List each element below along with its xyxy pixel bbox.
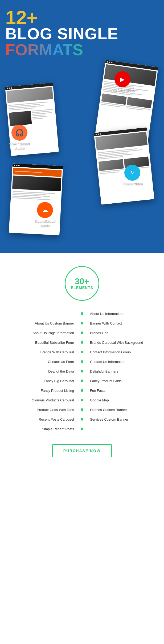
- timeline-right-item: Fun Facts: [82, 389, 159, 393]
- timeline-row: Contact Us Form Contact Us Information: [5, 357, 159, 366]
- timeline-rows: About Us Information About Us Custom Ban…: [5, 309, 159, 434]
- timeline-right-item: Brands Grid: [82, 331, 159, 335]
- timeline-dot: [81, 360, 83, 363]
- timeline-left-item: About Us Page Information: [5, 331, 82, 335]
- purchase-section: PURCHASE NOW: [0, 444, 164, 457]
- timeline-dot: [81, 418, 83, 421]
- timeline-right-item: Banner With Contact: [82, 321, 159, 325]
- timeline-dot: [81, 389, 83, 392]
- timeline-left-item: Glorious Products Carousal: [5, 398, 82, 402]
- timeline-right-item: Google Map: [82, 398, 159, 402]
- vimeo-label: Vimeo Video: [122, 182, 143, 186]
- timeline-dot: [81, 351, 83, 353]
- timeline-left-item: Brands With Carousal: [5, 350, 82, 354]
- timeline-dot: [81, 341, 83, 344]
- timeline-right-item: About Us Information: [82, 312, 159, 316]
- timeline-row: Glorious Products Carousal Google Map: [5, 395, 159, 405]
- bottom-section: 30+ ELEMENTS About Us Information About …: [0, 253, 164, 468]
- audio-label: Own UploadAudio: [9, 142, 30, 151]
- timeline-dot: [81, 380, 83, 382]
- timeline-left-item: Fancy Product Listing: [5, 389, 82, 393]
- timeline-right-item: Fancy Product Grids: [82, 379, 159, 383]
- timeline-left-item: Beautiful Subscribe Form: [5, 341, 82, 345]
- headline-line1: BLOG SINGLE: [5, 26, 159, 42]
- timeline-right-item: Contact Us Information: [82, 360, 159, 364]
- timeline-right-item: Contact Information Group: [82, 350, 159, 354]
- headline-wrap: 12+ BLOG SINGLE FORMATS: [5, 8, 159, 58]
- headphone-icon: [11, 125, 27, 141]
- elements-number: 30+: [75, 277, 89, 286]
- soundcloud-label: SoundCloudAudio: [35, 219, 55, 228]
- timeline-row: Brands With Carousal Contact Information…: [5, 347, 159, 357]
- timeline-dot: [81, 428, 83, 430]
- timeline-right-item: Brands Carousal With Background: [82, 341, 159, 345]
- timeline-row: About Us Page Information Brands Grid: [5, 328, 159, 338]
- timeline-left-item: Recent Posts Carousel: [5, 417, 82, 421]
- audio-badge: Own UploadAudio: [9, 125, 30, 151]
- elements-section: 30+ ELEMENTS: [0, 253, 164, 309]
- timeline-row: Product Grids With Tabs Promos Custom Ba…: [5, 405, 159, 414]
- timeline-left-item: Contact Us Form: [5, 360, 82, 364]
- timeline-dot: [81, 312, 83, 315]
- headline-number: 12+: [5, 8, 38, 27]
- timeline-row: Beautiful Subscribe Form Brands Carousal…: [5, 338, 159, 347]
- timeline-row: Fancy Product Listing Fun Facts: [5, 386, 159, 395]
- top-section: 12+ BLOG SINGLE FORMATS: [0, 0, 164, 253]
- timeline-row: Recent Posts Carousel Services Custom Ba…: [5, 414, 159, 424]
- timeline-left-item: Deal of the Daya: [5, 369, 82, 373]
- timeline-row: Simple Recent Posts: [5, 424, 159, 434]
- timeline-dot: [81, 408, 83, 411]
- youtube-icon: [114, 71, 130, 87]
- soundcloud-icon: [37, 202, 53, 218]
- vimeo-icon: V: [124, 165, 140, 181]
- headline-line2: FORMATS: [5, 42, 159, 58]
- timeline-right-item: Services Custom Banner: [82, 417, 159, 421]
- vimeo-badge: V Vimeo Video: [122, 165, 143, 186]
- timeline-wrap: About Us Information About Us Custom Ban…: [0, 309, 164, 434]
- timeline-left-item: Product Grids With Tabs: [5, 408, 82, 412]
- timeline-left-item: Simple Recent Posts: [5, 427, 82, 431]
- timeline-dot: [81, 370, 83, 373]
- timeline-row: Fancy Big Carousal Fancy Product Grids: [5, 376, 159, 386]
- elements-label: ELEMENTS: [71, 286, 93, 290]
- timeline-row: Deal of the Daya Delightful Banners: [5, 366, 159, 376]
- timeline-row: About Us Custom Banner Banner With Conta…: [5, 318, 159, 328]
- purchase-button[interactable]: PURCHASE NOW: [52, 444, 112, 457]
- timeline-left-item: Fancy Big Carousal: [5, 379, 82, 383]
- timeline-dot: [81, 399, 83, 401]
- soundcloud-badge: SoundCloudAudio: [35, 202, 55, 228]
- timeline-right-item: Promos Custom Banner: [82, 408, 159, 412]
- timeline-dot: [81, 331, 83, 334]
- mockup-area: YouTube Video Own UploadAudio V Vimeo Vi…: [5, 63, 159, 237]
- timeline-row: About Us Information: [5, 309, 159, 318]
- timeline-right-item: Delightful Banners: [82, 369, 159, 373]
- elements-circle: 30+ ELEMENTS: [65, 266, 99, 301]
- youtube-label: YouTube Video: [110, 88, 135, 93]
- timeline-dot: [81, 322, 83, 325]
- youtube-badge: YouTube Video: [110, 71, 135, 93]
- timeline-left-item: About Us Custom Banner: [5, 321, 82, 325]
